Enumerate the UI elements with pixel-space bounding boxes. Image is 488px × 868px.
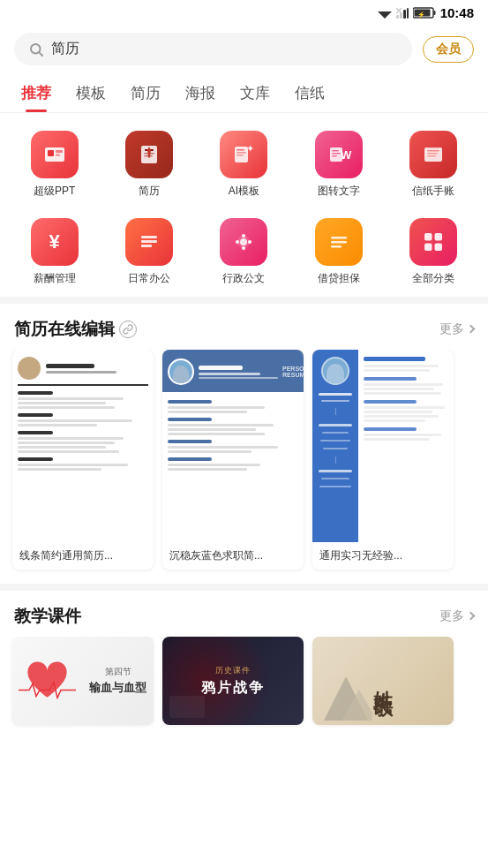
svg-rect-33 <box>427 150 439 152</box>
jianli-icon <box>136 141 162 168</box>
resume-card-1-img <box>12 350 154 542</box>
svg-text:✦: ✦ <box>246 143 254 154</box>
svg-text:⚡: ⚡ <box>417 11 425 19</box>
svg-rect-50 <box>435 233 443 241</box>
svg-rect-48 <box>331 245 342 248</box>
teach-more-chevron <box>467 612 476 621</box>
link-icon <box>119 321 137 338</box>
svg-point-44 <box>236 240 239 244</box>
admin-icon <box>230 229 257 255</box>
resume-card-2-label: 沉稳灰蓝色求职简... <box>162 542 304 570</box>
office-icon <box>136 229 162 255</box>
status-time: 10:48 <box>440 5 474 20</box>
ai-label: AI模板 <box>229 184 259 199</box>
teach-card-3[interactable]: 姓氏歌 <box>312 637 454 725</box>
search-text: 简历 <box>51 40 79 58</box>
ai-icon: ✦ <box>230 141 257 168</box>
icon-office[interactable]: 日常办公 <box>101 213 196 291</box>
teach-card-row: 第四节 输血与血型 历史课件 鸦片战争 <box>0 637 488 739</box>
icon-salary[interactable]: ¥ 薪酬管理 <box>7 213 101 291</box>
resume-card-2[interactable]: PERSONAL RESUME <box>162 350 304 570</box>
svg-point-42 <box>242 234 245 238</box>
resume-card-2-img: PERSONAL RESUME <box>162 350 304 542</box>
resume-more-text: 更多 <box>439 321 464 337</box>
salary-label: 薪酬管理 <box>34 271 76 286</box>
resume-more-chevron <box>467 325 476 334</box>
teach-card-1[interactable]: 第四节 输血与血型 <box>12 637 154 725</box>
icon-jianli[interactable]: 简历 <box>101 125 196 204</box>
icon-all[interactable]: 全部分类 <box>387 213 481 291</box>
svg-rect-35 <box>427 155 436 157</box>
svg-rect-29 <box>332 153 341 155</box>
teach-more-text: 更多 <box>439 608 464 624</box>
tab-resume[interactable]: 简历 <box>118 74 173 112</box>
search-bar: 简历 会员 <box>0 26 488 74</box>
svg-rect-51 <box>424 244 432 252</box>
resume-more-link[interactable]: 更多 <box>439 321 474 337</box>
chain-icon <box>123 324 133 335</box>
svg-rect-14 <box>48 150 54 156</box>
svg-rect-39 <box>141 245 152 247</box>
resume-card-1-label: 线条简约通用简历... <box>12 542 154 570</box>
svg-rect-30 <box>332 155 337 157</box>
salary-icon: ¥ <box>49 230 60 253</box>
svg-rect-47 <box>331 241 347 244</box>
office-label: 日常办公 <box>128 271 170 286</box>
svg-rect-15 <box>56 150 63 153</box>
teach-section-header: 教学课件 更多 <box>0 591 488 637</box>
status-bar: ⚡ 10:48 <box>0 0 488 26</box>
svg-rect-36 <box>427 147 439 148</box>
resume-card-3[interactable]: 通用实习无经验... <box>312 350 454 570</box>
icon-grid-row2: ¥ 薪酬管理 日常办公 行政公文 <box>0 209 488 297</box>
icon-letter[interactable]: 信纸手账 <box>387 125 481 204</box>
loan-label: 借贷担保 <box>318 271 360 286</box>
svg-rect-49 <box>424 233 432 241</box>
resume-card-3-img <box>312 350 454 542</box>
teach-more-link[interactable]: 更多 <box>439 608 474 624</box>
svg-rect-32 <box>424 147 442 162</box>
resume-section-title: 简历在线编辑 <box>14 318 115 341</box>
mountain-icon <box>319 672 372 725</box>
svg-rect-8 <box>433 11 435 15</box>
tab-poster[interactable]: 海报 <box>173 74 228 112</box>
search-icon <box>28 42 44 57</box>
icon-ppt[interactable]: 超级PPT <box>7 125 101 204</box>
resume-card-3-label: 通用实习无经验... <box>312 542 454 570</box>
icon-ocr[interactable]: W 图转文字 <box>291 125 386 204</box>
jianli-label: 简历 <box>139 184 160 199</box>
icon-grid-row1: 超级PPT 简历 ✦ AI模板 <box>0 113 488 209</box>
svg-rect-16 <box>56 154 60 156</box>
tab-letter[interactable]: 信纸 <box>282 74 337 112</box>
letter-label: 信纸手账 <box>412 184 454 199</box>
icon-loan[interactable]: 借贷担保 <box>291 213 386 291</box>
resume-card-row: 线条简约通用简历... PERSONAL RESUME <box>0 350 488 584</box>
status-icons: ⚡ 10:48 <box>378 5 474 20</box>
tab-template[interactable]: 模板 <box>64 74 118 112</box>
svg-rect-23 <box>236 149 244 151</box>
teach-section-title: 教学课件 <box>14 605 81 628</box>
battery-icon: ⚡ <box>413 7 436 19</box>
icon-ai[interactable]: ✦ AI模板 <box>197 125 291 204</box>
svg-rect-34 <box>427 153 438 155</box>
all-label: 全部分类 <box>412 271 454 286</box>
letter-icon-circle <box>409 131 457 178</box>
loan-icon-circle <box>315 218 363 266</box>
ppt-label: 超级PPT <box>34 184 75 199</box>
vip-badge[interactable]: 会员 <box>423 36 474 63</box>
icon-admin[interactable]: 行政公文 <box>197 213 291 291</box>
tab-library[interactable]: 文库 <box>228 74 282 112</box>
ai-icon-circle: ✦ <box>220 131 267 178</box>
resume-section-header: 简历在线编辑 更多 <box>0 304 488 350</box>
svg-rect-28 <box>332 150 339 152</box>
svg-rect-1 <box>396 15 399 19</box>
resume-card-1[interactable]: 线条简约通用简历... <box>12 350 154 570</box>
svg-text:W: W <box>341 148 352 162</box>
search-input-wrap[interactable]: 简历 <box>14 33 412 65</box>
ppt-icon <box>41 141 68 168</box>
admin-icon-circle <box>220 218 267 266</box>
all-icon-circle <box>409 218 457 266</box>
svg-point-11 <box>31 44 41 54</box>
letter-icon <box>420 141 447 168</box>
teach-card-2[interactable]: 历史课件 鸦片战争 <box>162 637 304 725</box>
tab-recommend[interactable]: 推荐 <box>9 74 64 112</box>
